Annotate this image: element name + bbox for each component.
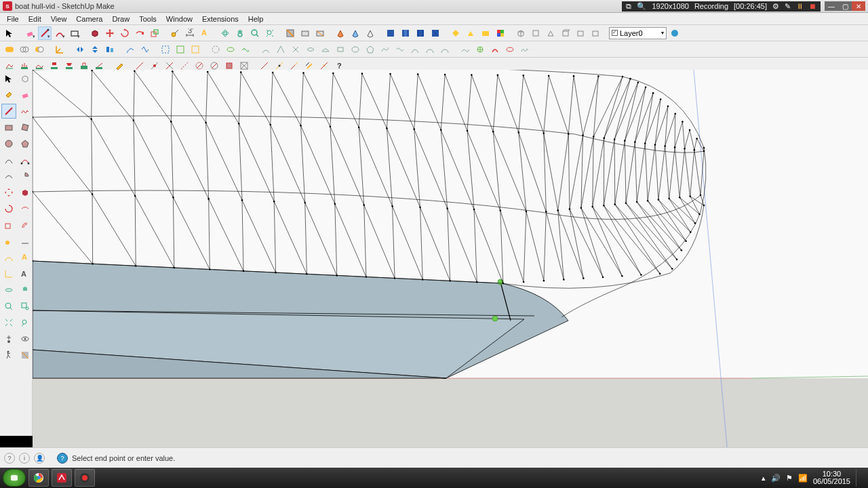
solid-union-icon[interactable] (3, 43, 16, 56)
axes-icon[interactable] (53, 43, 66, 56)
menu-view[interactable]: View (47, 14, 71, 24)
section-display-icon[interactable] (298, 26, 312, 40)
wave-icon[interactable] (393, 43, 407, 56)
rec-stop-icon[interactable]: ⏹ (809, 2, 816, 10)
start-button[interactable] (3, 469, 26, 487)
arc-d-icon[interactable] (304, 43, 317, 56)
menu-edit[interactable]: Edit (24, 14, 45, 24)
zoom-extents-tool-icon[interactable] (263, 26, 277, 40)
section-plane-icon[interactable] (283, 26, 297, 40)
lt-scale-icon[interactable] (1, 218, 16, 232)
eraser-tool-icon[interactable] (23, 26, 37, 40)
rec-pencil-icon[interactable]: ✎ (785, 2, 791, 11)
rec-pause-icon[interactable]: ⏸ (796, 2, 804, 10)
tape-measure-tool-icon[interactable] (168, 26, 182, 40)
ellipse-icon[interactable] (503, 43, 517, 56)
lt-component-icon[interactable] (18, 71, 33, 86)
show-desktop-button[interactable] (856, 469, 861, 487)
group-add-icon[interactable] (174, 43, 187, 56)
viewport[interactable] (33, 70, 868, 454)
lt-zoomext-icon[interactable] (1, 315, 16, 330)
lt-text-icon[interactable]: A (18, 250, 33, 265)
lt-3dtext-icon[interactable]: A (18, 266, 33, 281)
view-top-icon[interactable] (529, 26, 542, 40)
lt-move-icon[interactable] (1, 185, 16, 200)
menu-camera[interactable]: Camera (72, 14, 106, 24)
select-tool-icon[interactable] (3, 26, 16, 40)
style-3-icon[interactable] (414, 26, 427, 40)
lt-followme-icon[interactable] (18, 201, 33, 216)
view-back-icon[interactable] (574, 26, 587, 40)
credits-icon[interactable]: i (19, 453, 30, 464)
lt-paint-icon[interactable] (1, 87, 16, 102)
tray-volume-icon[interactable]: 🔊 (771, 474, 781, 483)
lt-3parc-icon[interactable] (1, 169, 16, 184)
line-tool-icon[interactable] (38, 26, 52, 40)
arc-c-icon[interactable] (289, 43, 302, 56)
lt-axes-icon[interactable] (1, 266, 16, 281)
lt-protractor-icon[interactable] (1, 250, 16, 265)
align-icon[interactable] (103, 43, 117, 56)
tray-network-icon[interactable]: 📶 (798, 474, 808, 483)
arc3-icon[interactable] (423, 43, 437, 56)
lt-circle-icon[interactable] (1, 136, 16, 151)
circle-shape-icon[interactable] (349, 43, 362, 56)
followme-tool-icon[interactable] (133, 26, 146, 40)
xray-icon[interactable] (334, 26, 347, 40)
lt-offset-icon[interactable] (18, 218, 33, 232)
zoom-tool-icon[interactable] (248, 26, 262, 40)
lt-rotrect-icon[interactable] (18, 120, 33, 135)
help-icon[interactable]: ? (57, 453, 68, 464)
task-recorder-icon[interactable] (75, 469, 95, 487)
section-cut-icon[interactable] (313, 26, 327, 40)
layer-manager-icon[interactable] (668, 26, 682, 40)
style-4-icon[interactable] (429, 26, 442, 40)
view-right-icon[interactable] (559, 26, 572, 40)
entity-info-icon[interactable] (224, 43, 237, 56)
lt-rectangle-icon[interactable] (1, 120, 16, 135)
lt-polygon-icon[interactable] (18, 136, 33, 151)
arc-e-icon[interactable] (319, 43, 332, 56)
curve-2-icon[interactable] (138, 43, 152, 56)
view-front-icon[interactable] (544, 26, 557, 40)
layer-selector[interactable]: Layer0 ▾ (609, 27, 667, 39)
rectangle-tool-icon[interactable] (68, 26, 81, 40)
lt-look-icon[interactable] (18, 331, 33, 346)
lt-section-icon[interactable] (18, 348, 33, 363)
solid-subtract-icon[interactable] (33, 43, 46, 56)
lt-orbit-icon[interactable] (1, 283, 16, 298)
clock[interactable]: 10:30 06/05/2015 (813, 470, 850, 485)
flip-h-icon[interactable] (73, 43, 87, 56)
lt-eraser-icon[interactable] (18, 87, 33, 102)
close-button[interactable]: ✕ (852, 1, 865, 11)
lt-zoomwin-icon[interactable] (18, 299, 33, 314)
lt-rotate-icon[interactable] (1, 201, 16, 216)
task-sketchup-icon[interactable] (52, 469, 72, 487)
backedges-icon[interactable] (349, 26, 362, 40)
lt-arc-icon[interactable] (1, 152, 16, 167)
arc4-icon[interactable] (438, 43, 452, 56)
orbit-tool-icon[interactable] (218, 26, 232, 40)
outliner-icon[interactable] (209, 43, 222, 56)
menu-tools[interactable]: Tools (135, 14, 161, 24)
signin-icon[interactable]: 👤 (34, 453, 45, 464)
style-1-icon[interactable] (384, 26, 397, 40)
maximize-button[interactable]: ▢ (838, 1, 852, 11)
tray-up-icon[interactable]: ▴ (762, 474, 766, 483)
rec-settings-icon[interactable]: ⚙ (772, 2, 779, 11)
lt-walk-icon[interactable] (1, 348, 16, 363)
lt-pie-icon[interactable] (18, 169, 33, 184)
menu-extensions[interactable]: Extensions (198, 14, 243, 24)
lt-dimension-icon[interactable] (18, 234, 33, 249)
lt-2parc-icon[interactable] (18, 152, 33, 167)
weld-icon[interactable] (488, 43, 502, 56)
lt-position-icon[interactable] (1, 331, 16, 346)
lt-tape-icon[interactable] (1, 234, 16, 249)
lt-prev-icon[interactable] (18, 315, 33, 330)
lt-freehand-icon[interactable] (18, 104, 33, 119)
scale-tool-icon[interactable] (148, 26, 161, 40)
menu-window[interactable]: Window (162, 14, 197, 24)
color-swatch-icon[interactable] (494, 26, 507, 40)
wireframe-icon[interactable] (363, 26, 377, 40)
menu-file[interactable]: File (3, 14, 23, 24)
